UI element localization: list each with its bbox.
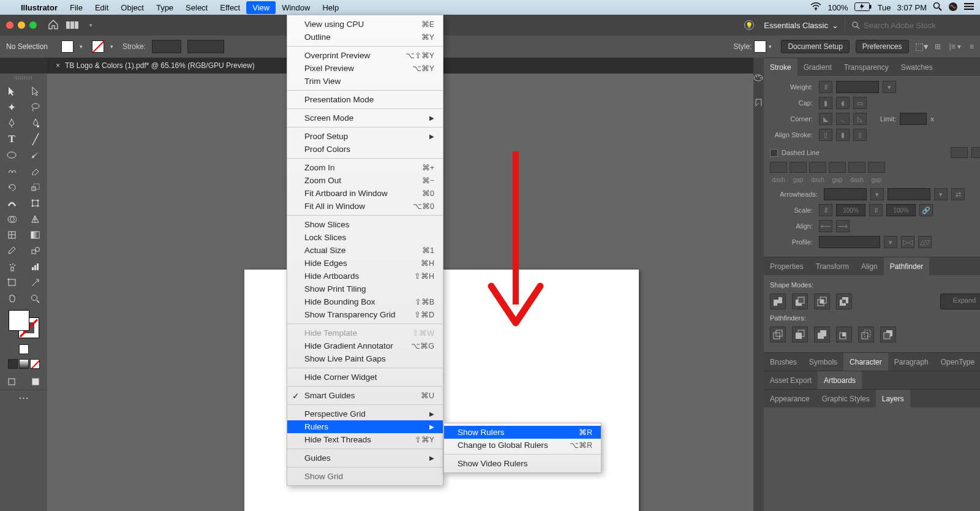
shaper-tool[interactable] (0, 163, 24, 179)
view-menu-item[interactable]: Actual Size⌘1 (287, 244, 443, 257)
weight-stepper[interactable]: ⥯ (819, 81, 832, 93)
pen-tool[interactable] (0, 115, 24, 131)
view-menu-item[interactable]: Fit Artboard in Window⌘0 (287, 187, 443, 200)
intersect-icon[interactable] (814, 293, 830, 309)
rulers-menu-item[interactable]: Change to Global Rulers⌥⌘R (444, 439, 601, 452)
width-tool[interactable] (0, 195, 24, 211)
grid-icon[interactable]: ⊞ (935, 42, 941, 51)
view-menu-item[interactable]: Presentation Mode (287, 93, 443, 106)
stroke-profile-select[interactable] (187, 40, 224, 53)
view-menu-item[interactable]: Trim View (287, 75, 443, 88)
tab-opentype[interactable]: OpenType (935, 353, 980, 371)
lasso-tool[interactable] (24, 99, 48, 115)
hand-tool[interactable] (0, 290, 24, 306)
color-guide-panel-icon[interactable] (754, 97, 763, 109)
view-menu-item[interactable]: Fit All in Window⌥⌘0 (287, 200, 443, 213)
profile-select[interactable] (819, 236, 880, 248)
perspective-tool[interactable] (24, 211, 48, 227)
crop-icon[interactable] (836, 327, 852, 343)
spotlight-icon[interactable] (933, 2, 942, 13)
outline-icon[interactable] (858, 327, 874, 343)
eyedropper-tool[interactable] (0, 243, 24, 259)
eraser-tool[interactable] (24, 163, 48, 179)
arrow-end[interactable] (888, 188, 930, 200)
stock-search[interactable] (851, 21, 974, 30)
cap-round[interactable]: ◖ (836, 97, 850, 109)
scale1-step[interactable]: ⥯ (819, 204, 832, 216)
view-menu-item[interactable]: Rulers▶ (287, 420, 443, 433)
fill-color-box[interactable] (9, 310, 29, 331)
divide-icon[interactable] (770, 327, 786, 343)
view-menu-item[interactable]: Hide Text Threads⇧⌘Y (287, 433, 443, 446)
view-menu-item[interactable]: View using CPU⌘E (287, 18, 443, 31)
wifi-icon[interactable] (810, 2, 821, 12)
view-menu-item[interactable]: Hide Gradient Annotator⌥⌘G (287, 339, 443, 352)
view-menu-item[interactable]: Show Live Paint Gaps (287, 352, 443, 365)
corner-bevel[interactable]: ◺ (853, 113, 867, 125)
gradient-tool[interactable] (24, 227, 48, 243)
view-menu-item[interactable]: Guides▶ (287, 452, 443, 464)
tab-appearance[interactable]: Appearance (764, 390, 816, 407)
close-window[interactable] (6, 21, 13, 29)
style-swatch[interactable] (754, 40, 766, 53)
align-inside[interactable]: ▮ (836, 129, 850, 141)
limit-input[interactable] (900, 113, 927, 125)
view-menu-item[interactable]: Proof Setup▶ (287, 130, 443, 143)
panel-menu-icon[interactable]: ≡ (970, 42, 974, 51)
arrow-start[interactable] (824, 188, 867, 200)
stock-search-input[interactable] (864, 21, 962, 30)
gradient-mode-icon[interactable] (19, 359, 29, 369)
cap-square[interactable]: ▭ (853, 97, 867, 109)
rotate-tool[interactable] (0, 179, 24, 195)
dashed-checkbox[interactable] (770, 149, 778, 157)
scale-start[interactable]: 100% (836, 204, 865, 216)
dash3[interactable] (848, 162, 865, 173)
scale2-step[interactable]: ⥯ (869, 204, 883, 216)
scale-tool[interactable] (24, 179, 48, 195)
align-arrow1[interactable]: ⟵ (819, 220, 832, 232)
color-color-icon[interactable] (8, 359, 18, 369)
align-to-icon[interactable]: ⬚▾ (915, 41, 929, 52)
dash-align-icon[interactable] (971, 147, 980, 158)
snap-icon[interactable]: |≡ ▾ (949, 42, 961, 51)
shape-builder-tool[interactable] (0, 211, 24, 227)
tab-properties[interactable]: Properties (764, 257, 810, 275)
slice-tool[interactable] (24, 274, 48, 290)
arrange-documents-icon[interactable] (66, 20, 85, 31)
profile-flip-v[interactable]: △▽ (918, 236, 932, 248)
menu-app[interactable]: Illustrator (15, 1, 64, 14)
minus-front-icon[interactable] (792, 293, 808, 309)
fill-stroke-selector[interactable] (9, 310, 39, 338)
tips-icon[interactable]: 💡 (744, 20, 754, 30)
scale-end[interactable]: 100% (886, 204, 916, 216)
tab-align[interactable]: Align (855, 257, 884, 275)
arrow-swap-icon[interactable]: ⇄ (951, 188, 965, 200)
view-menu-item[interactable]: Hide Bounding Box⇧⌘B (287, 295, 443, 308)
magic-wand-tool[interactable]: ✦ (0, 99, 24, 115)
mesh-tool[interactable] (0, 227, 24, 243)
draw-mode-icon[interactable] (0, 374, 24, 390)
view-menu-item[interactable]: Show Slices (287, 218, 443, 231)
menu-type[interactable]: Type (150, 1, 179, 14)
view-menu-item[interactable]: Show Grid (287, 470, 443, 483)
scale-link-icon[interactable]: 🔗 (919, 204, 933, 216)
merge-icon[interactable] (814, 327, 830, 343)
weight-select[interactable] (836, 81, 879, 93)
profile-flip-h[interactable]: ▷◁ (901, 236, 914, 248)
view-menu-item[interactable]: Zoom Out⌘− (287, 174, 443, 187)
dash2[interactable] (809, 162, 826, 173)
symbol-sprayer-tool[interactable] (0, 259, 24, 274)
close-tab-icon[interactable]: × (56, 61, 60, 70)
tab-character[interactable]: Character (843, 353, 888, 371)
one-color-icon[interactable] (19, 344, 29, 354)
tab-pathfinder[interactable]: Pathfinder (884, 257, 930, 275)
view-menu-item[interactable]: Pixel Preview⌥⌘Y (287, 62, 443, 75)
dash1[interactable] (770, 162, 787, 173)
stroke-dropdown[interactable]: ▾ (110, 44, 116, 50)
view-menu-item[interactable]: Hide Artboards⇧⌘H (287, 270, 443, 282)
fill-swatch[interactable] (61, 40, 74, 53)
workspace-switcher[interactable]: Essentials Classic ⌄ (764, 21, 839, 30)
view-menu-item[interactable]: Zoom In⌘+ (287, 161, 443, 174)
line-tool[interactable]: ╱ (24, 131, 48, 147)
tab-transform[interactable]: Transform (810, 257, 855, 275)
